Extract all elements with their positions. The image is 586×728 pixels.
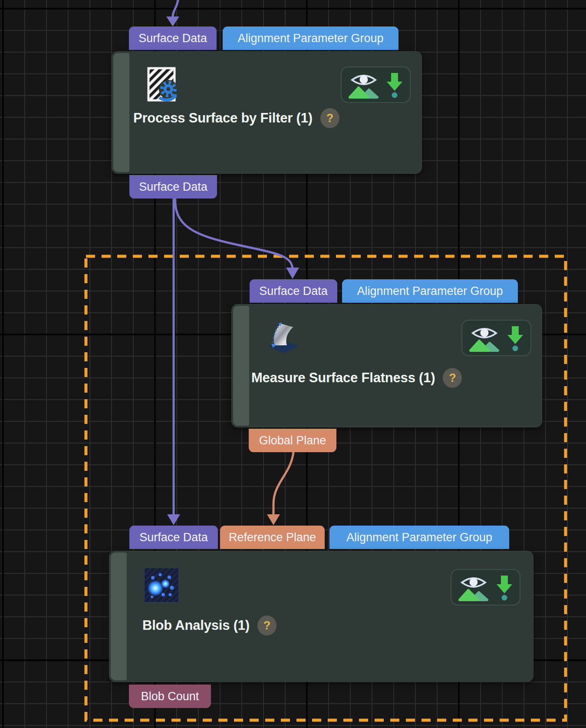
node-title: Measure Surface Flatness (1) bbox=[251, 370, 435, 386]
eye-mountain-icon bbox=[349, 70, 379, 99]
connection-process-surface-to-measure-flatness[interactable] bbox=[175, 199, 299, 279]
help-button[interactable]: ? bbox=[443, 368, 462, 388]
help-button[interactable]: ? bbox=[257, 615, 277, 635]
port-input-surface-data[interactable]: Surface Data bbox=[129, 526, 218, 549]
download-button[interactable] bbox=[507, 324, 523, 352]
port-input-reference-plane[interactable]: Reference Plane bbox=[220, 526, 325, 549]
port-input-alignment-parameter-group[interactable]: Alignment Parameter Group bbox=[329, 526, 509, 549]
visibility-toggle-button[interactable] bbox=[349, 70, 379, 99]
node-toolbar bbox=[451, 569, 520, 606]
download-button[interactable] bbox=[386, 71, 403, 99]
port-input-alignment-parameter-group[interactable]: Alignment Parameter Group bbox=[342, 279, 518, 303]
visibility-toggle-button[interactable] bbox=[458, 573, 489, 602]
port-output-blob-count[interactable]: Blob Count bbox=[129, 685, 211, 708]
eye-mountain-icon bbox=[458, 573, 489, 602]
arrowhead bbox=[166, 17, 179, 26]
node-graph-canvas[interactable]: Surface Data Alignment Parameter Group bbox=[0, 0, 586, 728]
download-arrow-icon bbox=[386, 71, 403, 99]
process-surface-by-filter-icon bbox=[145, 66, 182, 103]
node-measure-surface-flatness[interactable]: Measure Surface Flatness (1) ? bbox=[231, 304, 542, 427]
eye-mountain-icon bbox=[469, 324, 500, 352]
connection-process-surface-to-blob-analysis[interactable] bbox=[167, 199, 180, 525]
download-arrow-icon bbox=[496, 573, 513, 601]
node-title: Process Surface by Filter (1) bbox=[133, 110, 313, 126]
port-output-surface-data[interactable]: Surface Data bbox=[129, 175, 217, 199]
connection-global-plane-to-reference-plane[interactable] bbox=[267, 452, 293, 525]
connection-into-process-surface[interactable] bbox=[166, 0, 179, 26]
node-process-surface-by-filter[interactable]: Process Surface by Filter (1) ? bbox=[112, 51, 422, 174]
arrowhead bbox=[167, 514, 180, 525]
node-blob-analysis[interactable]: Blob Analysis (1) ? bbox=[109, 551, 533, 682]
port-input-surface-data[interactable]: Surface Data bbox=[129, 26, 217, 50]
blob-analysis-icon bbox=[144, 568, 179, 602]
port-input-alignment-parameter-group[interactable]: Alignment Parameter Group bbox=[223, 26, 398, 50]
node-toolbar bbox=[341, 66, 411, 103]
download-arrow-icon bbox=[507, 324, 523, 352]
port-output-global-plane[interactable]: Global Plane bbox=[249, 429, 336, 452]
node-title: Blob Analysis (1) bbox=[142, 618, 250, 633]
help-button[interactable]: ? bbox=[320, 108, 339, 128]
measure-surface-flatness-icon bbox=[265, 319, 302, 356]
arrowhead bbox=[286, 268, 299, 279]
download-button[interactable] bbox=[496, 573, 513, 601]
node-toolbar bbox=[461, 320, 531, 356]
visibility-toggle-button[interactable] bbox=[469, 324, 500, 352]
port-input-surface-data[interactable]: Surface Data bbox=[250, 279, 337, 303]
arrowhead bbox=[267, 514, 280, 525]
